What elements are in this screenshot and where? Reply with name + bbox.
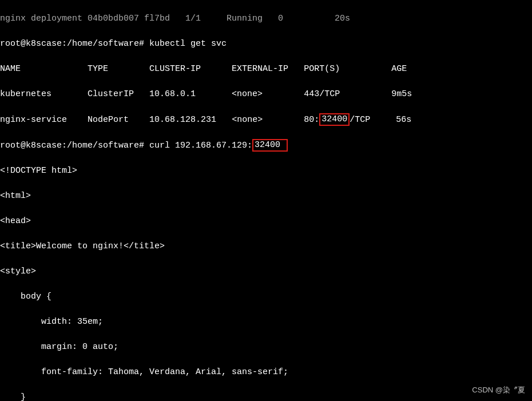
svc-row: kubernetes ClusterIP 10.68.0.1 <none> 44…	[0, 88, 532, 101]
html-output: body {	[0, 291, 532, 303]
html-output: <!DOCTYPE html>	[0, 165, 532, 177]
html-output: }	[0, 391, 532, 401]
html-output: width: 35em;	[0, 316, 532, 328]
html-output: <style>	[0, 265, 532, 278]
truncated-top-line: nginx deployment 04b0bdb007 fl7bd 1/1 Ru…	[0, 13, 532, 25]
prompt: root@k8scase:/home/software#	[0, 39, 149, 49]
html-output: margin: 0 auto;	[0, 341, 532, 354]
terminal-output[interactable]: nginx deployment 04b0bdb007 fl7bd 1/1 Ru…	[0, 0, 532, 401]
svc-header-row: NAME TYPE CLUSTER-IP EXTERNAL-IP PORT(S)…	[0, 63, 532, 76]
html-output: <head>	[0, 215, 532, 228]
port-highlight-box: 32400	[252, 139, 288, 152]
watermark: CSDN @染〞夏	[472, 384, 525, 396]
command-text: curl 192.168.67.129:	[149, 141, 252, 150]
html-output: <html>	[0, 190, 532, 203]
port-highlight-box: 32400	[319, 113, 350, 126]
html-output: <title>Welcome to nginx!</title>	[0, 240, 532, 253]
svc-row: nginx-service NodePort 10.68.128.231 <no…	[0, 113, 532, 126]
command-line-2: root@k8scase:/home/software# curl 192.16…	[0, 139, 532, 152]
command-line-1: root@k8scase:/home/software# kubectl get…	[0, 38, 532, 50]
command-text: kubectl get svc	[149, 39, 227, 49]
html-output: font-family: Tahoma, Verdana, Arial, san…	[0, 366, 532, 379]
prompt: root@k8scase:/home/software#	[0, 141, 149, 150]
